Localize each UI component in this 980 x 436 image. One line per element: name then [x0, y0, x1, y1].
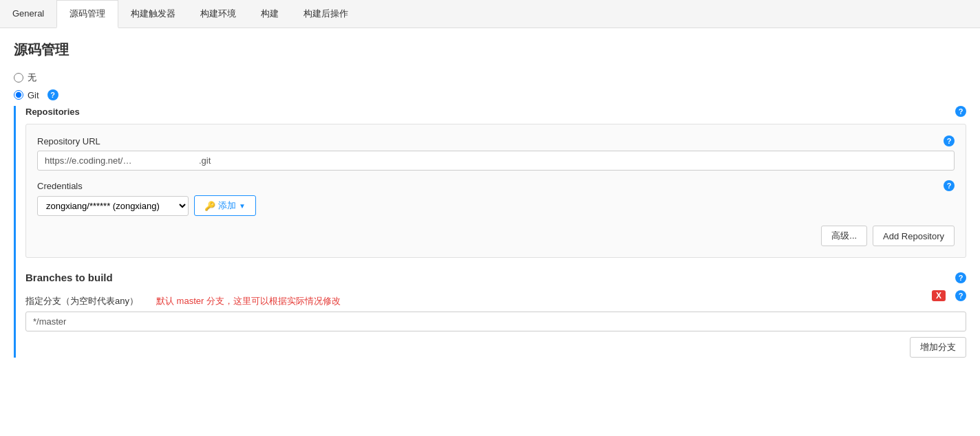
radio-git[interactable]: Git ? [14, 89, 966, 100]
tab-env[interactable]: 构建环境 [188, 1, 248, 28]
credentials-select[interactable]: zongxiang/****** (zongxiang) [37, 196, 189, 216]
repositories-help-icon[interactable]: ? [955, 106, 966, 117]
repo-url-block: Repository URL ? [37, 135, 955, 171]
branch-entry-help-icon[interactable]: ? [955, 290, 966, 301]
tab-post[interactable]: 构建后操作 [291, 1, 361, 28]
repo-url-label-row: Repository URL ? [37, 135, 955, 146]
add-branch-row: 增加分支 [25, 337, 966, 358]
credentials-row: zongxiang/****** (zongxiang) 🔑 添加 ▼ [37, 195, 955, 216]
add-branch-btn[interactable]: 增加分支 [910, 337, 966, 358]
add-repository-btn[interactable]: Add Repository [873, 226, 955, 246]
page-content: 源码管理 无 Git ? Repositories ? Repository U… [0, 28, 980, 436]
delete-branch-btn[interactable]: X [932, 290, 946, 301]
branch-entry-row: 指定分支（为空时代表any） 默认 master 分支，这里可以根据实际情况修改… [25, 290, 966, 307]
radio-none[interactable]: 无 [14, 72, 966, 84]
credentials-label-row: Credentials ? [37, 180, 955, 191]
repo-url-input[interactable] [37, 151, 955, 171]
add-btn-label: 添加 [218, 199, 236, 212]
git-help-icon[interactable]: ? [47, 89, 58, 100]
add-credential-btn[interactable]: 🔑 添加 ▼ [194, 195, 256, 216]
credentials-block: Credentials ? zongxiang/****** (zongxian… [37, 180, 955, 216]
branch-input[interactable] [25, 312, 966, 331]
branch-tooltip: 默认 master 分支，这里可以根据实际情况修改 [156, 290, 925, 307]
repos-section-header: Repositories ? [25, 106, 966, 117]
branch-field-label: 指定分支（为空时代表any） [25, 290, 149, 307]
panel-bottom-buttons: 高级... Add Repository [37, 226, 955, 246]
branches-section: Branches to build ? 指定分支（为空时代表any） 默认 ma… [25, 272, 966, 358]
credentials-help-icon[interactable]: ? [944, 180, 955, 191]
tab-trigger[interactable]: 构建触发器 [118, 1, 188, 28]
branches-help-icon[interactable]: ? [955, 272, 966, 283]
key-icon: 🔑 [204, 201, 215, 211]
branch-input-container [25, 312, 966, 331]
tab-general[interactable]: General [0, 1, 56, 27]
repo-url-help-icon[interactable]: ? [944, 135, 955, 146]
radio-none-label: 无 [28, 72, 36, 84]
dropdown-arrow-icon: ▼ [239, 202, 246, 210]
branches-title: Branches to build [25, 272, 113, 283]
advanced-btn[interactable]: 高级... [821, 226, 867, 246]
tab-source[interactable]: 源码管理 [56, 0, 118, 28]
branches-header: Branches to build ? [25, 272, 966, 283]
repositories-label: Repositories [25, 107, 80, 117]
credentials-label: Credentials [37, 181, 83, 191]
radio-git-input[interactable] [14, 90, 23, 100]
page-title: 源码管理 [14, 41, 966, 59]
radio-git-label: Git [28, 90, 39, 100]
radio-none-input[interactable] [14, 73, 23, 83]
git-section: Repositories ? Repository URL ? Credenti… [14, 106, 966, 358]
repository-panel: Repository URL ? Credentials ? zongxiang… [25, 124, 966, 258]
tabs-bar: General 源码管理 构建触发器 构建环境 构建 构建后操作 [0, 0, 980, 28]
repo-url-label: Repository URL [37, 136, 100, 146]
tab-build[interactable]: 构建 [248, 1, 291, 28]
